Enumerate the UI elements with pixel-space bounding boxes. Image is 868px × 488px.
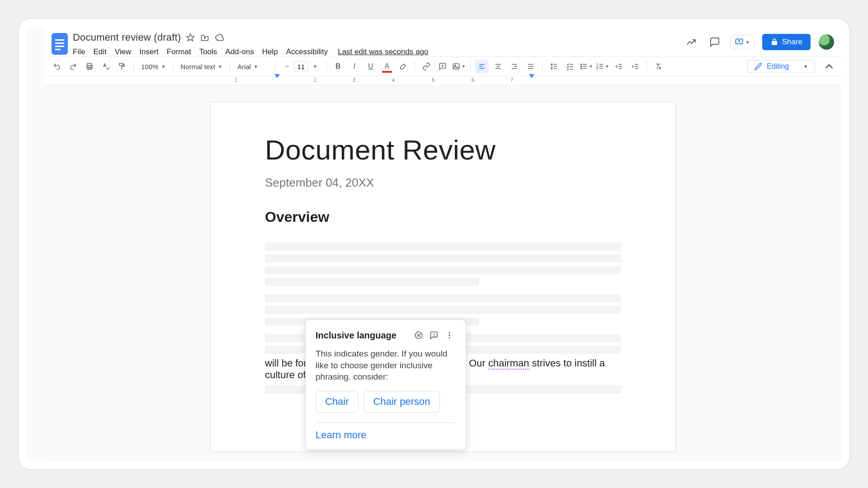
menu-accessibility[interactable]: Accessibility bbox=[286, 47, 328, 56]
paint-format-icon[interactable] bbox=[115, 60, 129, 73]
svg-rect-13 bbox=[453, 64, 459, 69]
document-date[interactable]: September 04, 20XX bbox=[265, 176, 621, 190]
font-size-input[interactable]: 11 bbox=[294, 61, 308, 72]
ruler-right-indent-icon[interactable] bbox=[529, 78, 534, 84]
menu-view[interactable]: View bbox=[115, 47, 132, 56]
zoom-dropdown[interactable]: 100%▼ bbox=[138, 63, 168, 70]
highlight-icon[interactable] bbox=[396, 60, 410, 73]
clear-formatting-icon[interactable] bbox=[651, 60, 665, 73]
cloud-saved-icon[interactable] bbox=[214, 33, 224, 42]
line-spacing-icon[interactable] bbox=[547, 60, 561, 73]
flagged-word[interactable]: chairman bbox=[488, 357, 529, 370]
chevron-down-icon: ▼ bbox=[462, 64, 466, 69]
font-dropdown[interactable]: Arial▼ bbox=[235, 63, 271, 70]
move-folder-icon[interactable] bbox=[200, 33, 210, 42]
placeholder-line bbox=[265, 243, 621, 251]
font-size-group: − 11 + bbox=[280, 60, 322, 73]
chevron-down-icon: ▼ bbox=[803, 64, 808, 69]
placeholder-line bbox=[265, 306, 621, 314]
present-button[interactable]: ▼ bbox=[731, 35, 754, 49]
text-color-icon[interactable]: A bbox=[380, 60, 394, 73]
avatar[interactable] bbox=[819, 34, 834, 50]
title-group: Document review (draft) File Edit View I… bbox=[69, 31, 684, 56]
insert-image-icon[interactable]: ▼ bbox=[452, 60, 466, 73]
feedback-icon[interactable] bbox=[428, 329, 440, 342]
ruler-mark: 4 bbox=[392, 77, 395, 83]
menu-tools[interactable]: Tools bbox=[199, 47, 217, 56]
checklist-icon[interactable] bbox=[563, 60, 577, 73]
bold-icon[interactable]: B bbox=[331, 60, 345, 73]
italic-icon[interactable]: I bbox=[348, 60, 361, 73]
menu-edit[interactable]: Edit bbox=[93, 47, 106, 56]
add-comment-icon[interactable] bbox=[436, 60, 449, 73]
dismiss-icon[interactable] bbox=[412, 329, 425, 342]
separator bbox=[326, 61, 327, 72]
docs-logo-icon[interactable] bbox=[50, 31, 69, 56]
menu-help[interactable]: Help bbox=[262, 47, 278, 56]
svg-point-60 bbox=[448, 337, 450, 338]
menu-addons[interactable]: Add-ons bbox=[225, 47, 254, 56]
menubar: File Edit View Insert Format Tools Add-o… bbox=[73, 47, 684, 56]
increase-indent-icon[interactable] bbox=[628, 60, 642, 73]
menu-format[interactable]: Format bbox=[167, 47, 191, 56]
separator bbox=[646, 61, 647, 72]
menu-file[interactable]: File bbox=[73, 47, 85, 56]
popup-title: Inclusive language bbox=[316, 330, 410, 341]
activity-icon[interactable] bbox=[684, 34, 699, 50]
last-edit-link[interactable]: Last edit was seconds ago bbox=[338, 47, 428, 56]
underline-icon[interactable]: U bbox=[364, 60, 377, 73]
insert-link-icon[interactable] bbox=[420, 60, 433, 73]
separator bbox=[415, 61, 415, 72]
ruler-left-indent-icon[interactable] bbox=[274, 78, 280, 84]
paragraph-style-dropdown[interactable]: Normal text▼ bbox=[178, 63, 225, 70]
print-icon[interactable] bbox=[83, 60, 96, 73]
font-size-decrease-icon[interactable]: − bbox=[280, 60, 294, 73]
docs-app: Document review (draft) File Edit View I… bbox=[45, 27, 841, 461]
spellcheck-icon[interactable] bbox=[99, 60, 113, 73]
editing-mode-dropdown[interactable]: Editing ▼ bbox=[747, 60, 815, 73]
chevron-down-icon: ▼ bbox=[605, 64, 609, 69]
style-value: Normal text bbox=[180, 63, 215, 70]
align-right-icon[interactable] bbox=[508, 60, 521, 73]
star-icon[interactable] bbox=[185, 33, 195, 42]
redo-icon[interactable] bbox=[66, 60, 80, 73]
document-subheading[interactable]: Overview bbox=[265, 209, 621, 225]
svg-point-33 bbox=[581, 64, 582, 65]
separator bbox=[275, 61, 276, 72]
zoom-value: 100% bbox=[141, 63, 158, 70]
header-right: ▼ Share bbox=[684, 34, 834, 50]
share-label: Share bbox=[782, 38, 802, 47]
ruler-mark: 1 bbox=[235, 77, 237, 83]
collapse-toolbar-icon[interactable] bbox=[822, 60, 836, 73]
more-options-icon[interactable] bbox=[443, 329, 456, 342]
svg-point-57 bbox=[434, 336, 434, 336]
ruler-mark: 5 bbox=[432, 77, 434, 83]
suggestion-row: Chair Chair person bbox=[316, 391, 456, 413]
document-heading[interactable]: Document Review bbox=[265, 134, 621, 166]
suggestion-popup: Inclusive language This indicates gender… bbox=[305, 319, 466, 450]
numbered-list-icon[interactable]: 123▼ bbox=[596, 60, 609, 73]
svg-point-58 bbox=[448, 332, 450, 333]
svg-point-59 bbox=[448, 334, 450, 336]
svg-marker-5 bbox=[187, 34, 194, 41]
chevron-down-icon: ▼ bbox=[745, 40, 750, 45]
document-title[interactable]: Document review (draft) bbox=[73, 32, 181, 43]
menu-insert[interactable]: Insert bbox=[139, 47, 159, 56]
comments-icon[interactable] bbox=[707, 34, 722, 50]
align-center-icon[interactable] bbox=[491, 60, 505, 73]
learn-more-link[interactable]: Learn more bbox=[316, 429, 456, 441]
separator bbox=[173, 61, 173, 72]
bulleted-list-icon[interactable]: ▼ bbox=[580, 60, 593, 73]
decrease-indent-icon[interactable] bbox=[612, 60, 626, 73]
share-button[interactable]: Share bbox=[762, 34, 811, 50]
undo-icon[interactable] bbox=[50, 60, 64, 73]
chevron-down-icon: ▼ bbox=[254, 64, 258, 69]
align-justify-icon[interactable] bbox=[524, 60, 538, 73]
separator bbox=[470, 61, 471, 72]
suggestion-chip[interactable]: Chair bbox=[316, 391, 359, 413]
align-left-icon[interactable] bbox=[475, 60, 489, 73]
font-size-increase-icon[interactable]: + bbox=[308, 60, 322, 73]
mode-label: Editing bbox=[767, 62, 789, 70]
ruler[interactable]: 1 2 3 4 5 6 7 bbox=[45, 76, 841, 85]
suggestion-chip[interactable]: Chair person bbox=[364, 391, 440, 413]
